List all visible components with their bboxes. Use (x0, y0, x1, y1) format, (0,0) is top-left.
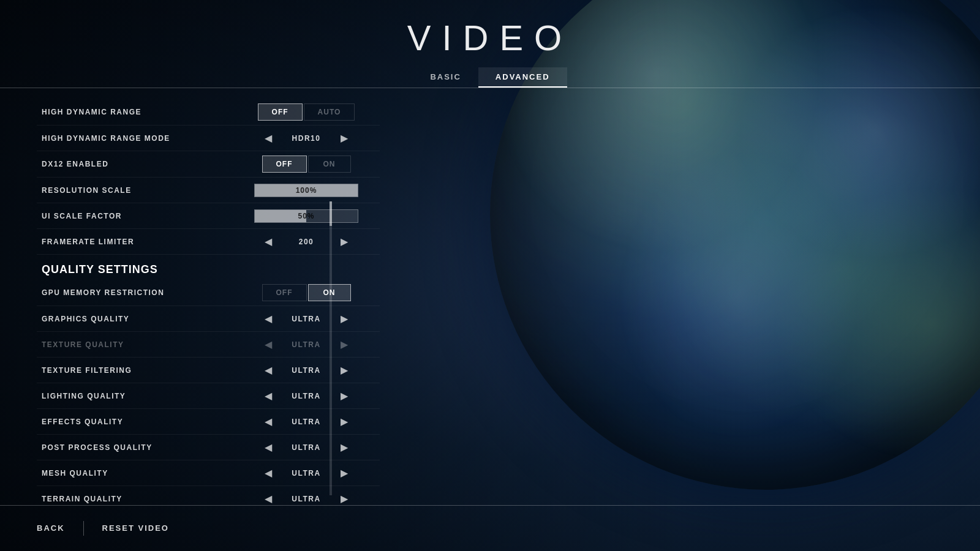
arrow-right-terrain-quality[interactable]: ▶ (338, 493, 350, 504)
arrow-right-texture-filtering[interactable]: ▶ (338, 364, 350, 376)
arrow-selector-post-process: ◀ ULTRA ▶ (257, 441, 355, 453)
arrow-left-hdr-mode[interactable]: ◀ (262, 132, 274, 144)
arrow-right-mesh-quality[interactable]: ▶ (338, 467, 350, 479)
arrow-selector-mesh-quality: ◀ ULTRA ▶ (257, 467, 355, 479)
selector-value-lighting-quality: ULTRA (282, 392, 331, 400)
arrow-right-texture-quality[interactable]: ▶ (338, 339, 350, 350)
setting-resolution-scale: RESOLUTION SCALE 100% (37, 178, 380, 203)
setting-mesh-quality: MESH QUALITY ◀ ULTRA ▶ (37, 460, 380, 486)
selector-value-framerate: 200 (282, 238, 331, 246)
slider-value-res: 100% (255, 186, 358, 195)
slider-ui-scale[interactable]: 50% (254, 209, 358, 223)
setting-control-lighting-quality: ◀ ULTRA ▶ (233, 390, 380, 402)
setting-control-graphics-quality: ◀ ULTRA ▶ (233, 313, 380, 324)
setting-control-post-process: ◀ ULTRA ▶ (233, 441, 380, 453)
arrow-selector-hdr-mode: ◀ HDR10 ▶ (257, 132, 355, 144)
bottom-separator (83, 521, 84, 536)
setting-control-ui-scale: 50% (233, 209, 380, 223)
arrow-left-mesh-quality[interactable]: ◀ (262, 467, 274, 479)
arrow-right-lighting-quality[interactable]: ▶ (338, 390, 350, 402)
toggle-on-dx12[interactable]: ON (308, 156, 351, 173)
arrow-right-graphics-quality[interactable]: ▶ (338, 313, 350, 324)
page-title: VIDEO (0, 17, 980, 58)
setting-hdr-mode: HIGH DYNAMIC RANGE MODE ◀ HDR10 ▶ (37, 126, 380, 151)
selector-value-texture-filtering: ULTRA (282, 366, 331, 375)
setting-graphics-quality: GRAPHICS QUALITY ◀ ULTRA ▶ (37, 306, 380, 332)
settings-panel: HIGH DYNAMIC RANGE OFF AUTO HIGH DYNAMIC… (37, 94, 380, 511)
arrow-selector-effects-quality: ◀ ULTRA ▶ (257, 416, 355, 427)
setting-label-lighting-quality: LIGHTING QUALITY (37, 392, 233, 400)
setting-label-dx12: DX12 ENABLED (37, 160, 233, 168)
setting-control-texture-quality: ◀ ULTRA ▶ (233, 339, 380, 350)
arrow-left-post-process[interactable]: ◀ (262, 441, 274, 453)
setting-label-graphics-quality: GRAPHICS QUALITY (37, 315, 233, 323)
arrow-selector-texture-quality: ◀ ULTRA ▶ (257, 339, 355, 350)
selector-value-post-process: ULTRA (282, 443, 331, 452)
toggle-group-hdr: OFF AUTO (258, 103, 355, 121)
arrow-selector-texture-filtering: ◀ ULTRA ▶ (257, 364, 355, 376)
quality-section-header: QUALITY SETTINGS (37, 255, 380, 280)
setting-label-hdr: HIGH DYNAMIC RANGE (37, 108, 233, 116)
toggle-group-dx12: OFF ON (262, 156, 351, 173)
toggle-off-hdr[interactable]: OFF (258, 103, 303, 121)
setting-label-ui-scale: UI SCALE FACTOR (37, 212, 233, 220)
arrow-right-effects-quality[interactable]: ▶ (338, 416, 350, 427)
tab-divider (0, 88, 980, 88)
arrow-right-hdr-mode[interactable]: ▶ (338, 132, 350, 144)
arrow-selector-lighting-quality: ◀ ULTRA ▶ (257, 390, 355, 402)
setting-control-terrain-quality: ◀ ULTRA ▶ (233, 493, 380, 504)
setting-control-hdr-mode: ◀ HDR10 ▶ (233, 132, 380, 144)
arrow-selector-framerate: ◀ 200 ▶ (257, 236, 355, 247)
arrow-left-texture-quality[interactable]: ◀ (262, 339, 274, 350)
selector-value-texture-quality: ULTRA (282, 340, 331, 349)
setting-control-res-scale: 100% (233, 184, 380, 197)
back-button[interactable]: BACK (37, 519, 65, 538)
selector-value-graphics-quality: ULTRA (282, 315, 331, 323)
setting-texture-quality: TEXTURE QUALITY ◀ ULTRA ▶ (37, 332, 380, 358)
arrow-right-post-process[interactable]: ▶ (338, 441, 350, 453)
tab-basic[interactable]: BASIC (413, 67, 478, 88)
setting-control-gpu-memory: OFF ON (233, 284, 380, 301)
setting-control-framerate: ◀ 200 ▶ (233, 236, 380, 247)
toggle-auto-hdr[interactable]: AUTO (304, 103, 355, 121)
setting-control-texture-filtering: ◀ ULTRA ▶ (233, 364, 380, 376)
arrow-left-terrain-quality[interactable]: ◀ (262, 493, 274, 504)
arrow-left-lighting-quality[interactable]: ◀ (262, 390, 274, 402)
bottom-bar: BACK RESET VIDEO (0, 505, 980, 551)
arrow-selector-terrain-quality: ◀ ULTRA ▶ (257, 493, 355, 504)
arrow-right-framerate[interactable]: ▶ (338, 236, 350, 247)
toggle-group-gpu-memory: OFF ON (262, 284, 351, 301)
setting-framerate-limiter: FRAMERATE LIMITER ◀ 200 ▶ (37, 229, 380, 255)
tab-bar: BASIC ADVANCED (0, 67, 980, 88)
setting-label-terrain-quality: TERRAIN QUALITY (37, 495, 233, 503)
setting-label-framerate: FRAMERATE LIMITER (37, 238, 233, 246)
toggle-off-dx12[interactable]: OFF (262, 156, 307, 173)
selector-value-mesh-quality: ULTRA (282, 469, 331, 478)
arrow-left-graphics-quality[interactable]: ◀ (262, 313, 274, 324)
arrow-left-effects-quality[interactable]: ◀ (262, 416, 274, 427)
setting-label-texture-filtering: TEXTURE FILTERING (37, 366, 233, 375)
setting-label-post-process: POST PROCESS QUALITY (37, 443, 233, 452)
arrow-left-framerate[interactable]: ◀ (262, 236, 274, 247)
scrollbar[interactable] (330, 201, 332, 495)
scroll-thumb (330, 201, 332, 226)
arrow-selector-graphics-quality: ◀ ULTRA ▶ (257, 313, 355, 324)
setting-control-mesh-quality: ◀ ULTRA ▶ (233, 467, 380, 479)
setting-control-effects-quality: ◀ ULTRA ▶ (233, 416, 380, 427)
setting-post-process: POST PROCESS QUALITY ◀ ULTRA ▶ (37, 435, 380, 460)
slider-resolution-scale[interactable]: 100% (254, 184, 358, 197)
tab-advanced[interactable]: ADVANCED (478, 67, 567, 88)
setting-label-effects-quality: EFFECTS QUALITY (37, 418, 233, 426)
setting-label-hdr-mode: HIGH DYNAMIC RANGE MODE (37, 134, 233, 143)
setting-ui-scale: UI SCALE FACTOR 50% (37, 203, 380, 229)
setting-label-gpu-memory: GPU MEMORY RESTRICTION (37, 288, 233, 297)
toggle-off-gpu-memory[interactable]: OFF (262, 284, 307, 301)
setting-dx12: DX12 ENABLED OFF ON (37, 151, 380, 178)
reset-video-button[interactable]: RESET VIDEO (102, 519, 169, 538)
setting-control-hdr: OFF AUTO (233, 103, 380, 121)
arrow-left-texture-filtering[interactable]: ◀ (262, 364, 274, 376)
selector-value-terrain-quality: ULTRA (282, 495, 331, 503)
header: VIDEO (0, 0, 980, 67)
setting-effects-quality: EFFECTS QUALITY ◀ ULTRA ▶ (37, 409, 380, 435)
setting-texture-filtering: TEXTURE FILTERING ◀ ULTRA ▶ (37, 358, 380, 383)
